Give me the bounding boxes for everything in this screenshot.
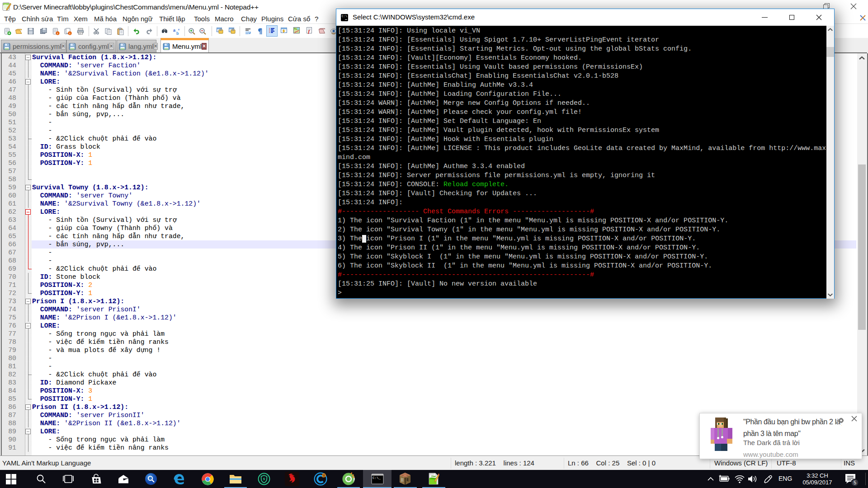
svg-text:b: b xyxy=(176,31,179,35)
svg-text:a: a xyxy=(173,28,176,33)
svg-text:x: x xyxy=(57,32,59,35)
svg-text:C:\_: C:\_ xyxy=(373,476,381,480)
svg-text:x: x xyxy=(69,32,71,35)
svg-text:5: 5 xyxy=(854,480,856,485)
